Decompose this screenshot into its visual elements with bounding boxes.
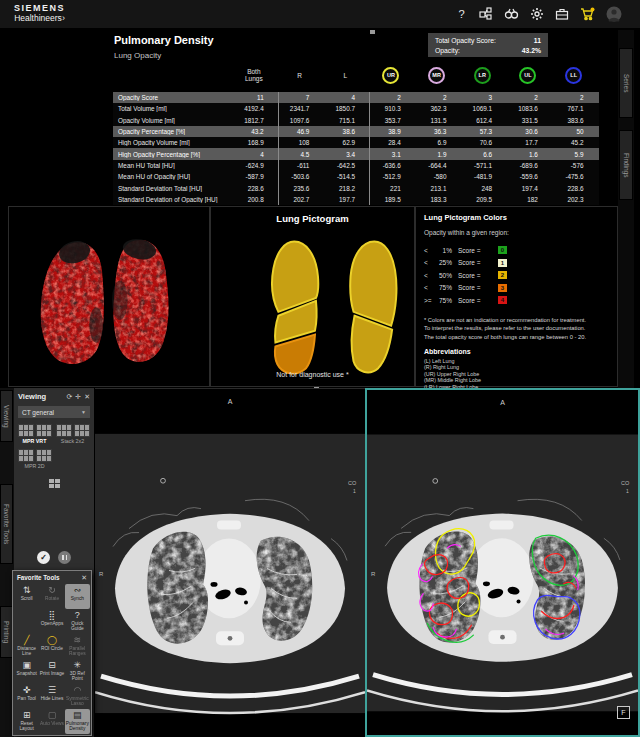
table-cell: 38.6 — [322, 128, 368, 135]
tool-synch[interactable]: ∾Synch — [65, 584, 90, 609]
accept-button[interactable]: ✓ — [37, 551, 50, 564]
table-cell: -587.9 — [231, 173, 277, 180]
column-label: Both — [247, 68, 260, 75]
tool-label: Synch — [71, 596, 84, 601]
account-icon[interactable] — [606, 6, 622, 22]
table-cell: -636.6 — [368, 162, 414, 169]
tool-label: Quick Guide — [65, 621, 90, 631]
table-cell: 4192.4 — [231, 105, 277, 112]
table-row: Opacity Score117422322 — [113, 92, 599, 103]
table-cell: -559.6 — [505, 173, 551, 180]
table-cell: 17.7 — [505, 139, 551, 146]
lung-pictogram-viewport[interactable] — [210, 206, 415, 387]
table-cell: 6.6 — [459, 151, 505, 158]
legend-operator: < — [424, 284, 434, 291]
tool-quick-guide[interactable]: ?Quick Guide — [65, 609, 90, 634]
sidebar-tab-favorite-tools[interactable]: Favorite Tools — [0, 484, 13, 564]
table-cell: 4 — [322, 94, 368, 101]
tool-pulmonary-density[interactable]: ▤Pulmonary Density — [65, 709, 90, 734]
tab-series[interactable]: Series — [619, 48, 633, 118]
help-icon[interactable]: ? — [455, 7, 468, 21]
layout-option-mpr-vrt[interactable]: MPR VRT — [18, 424, 51, 444]
table-column-header: UR — [368, 67, 414, 84]
pin-icon[interactable]: ✛ — [75, 393, 81, 401]
preset-dropdown[interactable]: CT general ▼ — [18, 406, 90, 418]
pause-button[interactable] — [58, 551, 71, 564]
lobe-circle-lr: LR — [474, 67, 491, 84]
lung-3d-left-lobe — [41, 238, 104, 364]
legend-operator: < — [424, 272, 434, 279]
table-column-header: L — [322, 72, 368, 79]
pulmonary-density-viewport[interactable]: Pulmonary Density Lung Opacity Total Opa… — [8, 30, 618, 388]
layout-option-mpr-2d[interactable]: MPR 2D — [18, 449, 51, 469]
table-cell: 202.7 — [277, 196, 323, 203]
tool-snapshot[interactable]: ▣Snapshot — [14, 659, 39, 684]
brand-arrow-icon: › — [62, 13, 65, 23]
viewport-handle-top[interactable] — [370, 30, 375, 34]
refresh-layout-icon[interactable]: ⟳ — [66, 393, 72, 401]
right-tab-strip: SeriesFindings — [618, 30, 634, 388]
legend-operator: >= — [424, 297, 434, 304]
legend-operator: < — [424, 259, 434, 266]
open-apps-icon: ⣿ — [49, 610, 56, 621]
tab-findings[interactable]: Findings — [619, 130, 633, 200]
table-cell: -503.6 — [277, 173, 323, 180]
tool-print-image[interactable]: ⊟Print Image — [39, 659, 64, 684]
table-cell: 2341.7 — [277, 105, 323, 112]
pictogram-title: Lung Pictogram — [210, 213, 415, 224]
row-label: Mean HU of Opacity [HU] — [113, 173, 231, 180]
legend-row: >=75%Score =4 — [424, 294, 609, 307]
table-cell: 213.1 — [414, 185, 460, 192]
tool-label: Distance Line — [14, 646, 39, 656]
scroll-icon: ⇅ — [23, 585, 31, 596]
ct-axial-segmented-viewport[interactable]: F — [365, 388, 640, 737]
table-cell: 11 — [231, 94, 277, 101]
table-cell: -481.9 — [459, 173, 505, 180]
table-cell: -475.6 — [551, 173, 597, 180]
table-cell: 46.9 — [277, 128, 323, 135]
auto-views-icon: ▢ — [48, 710, 57, 721]
table-cell: 131.5 — [414, 117, 460, 124]
tool-pan-tool[interactable]: ✜Pan Tool — [14, 684, 39, 709]
layout-label: MPR 2D — [18, 463, 51, 469]
cart-icon[interactable] — [580, 7, 595, 21]
table-cell: 209.5 — [459, 196, 505, 203]
legend-percentage: 75% — [434, 284, 458, 291]
tool-distance-line[interactable]: ╱Distance Line — [14, 634, 39, 659]
column-label: Lungs — [245, 75, 263, 82]
close-icon[interactable]: ✕ — [81, 574, 87, 582]
search-icon[interactable] — [504, 7, 519, 21]
brand-line-1: SIEMENS — [14, 3, 65, 13]
tool-roi-circle[interactable]: ◯ROI Circle — [39, 634, 64, 659]
tool-scroll[interactable]: ⇅Scroll — [14, 584, 39, 609]
layout-option-stack-2x2[interactable]: Stack 2x2 — [56, 424, 89, 444]
tool-3d-ref-point[interactable]: ✳3D Ref Point — [65, 659, 90, 684]
settings-icon[interactable] — [530, 7, 544, 21]
pictogram-colors-viewport[interactable]: Lung Pictogram Colors Opacity within a g… — [415, 206, 618, 387]
footnote-line: The total opacity score of both lungs ca… — [424, 333, 609, 342]
legend-rows: <1%Score =0<25%Score =1<50%Score =2<75%S… — [424, 244, 609, 307]
lung-3d-rendering-viewport[interactable] — [8, 206, 210, 387]
score-box-row: Total Opacity Score: 11 — [428, 35, 548, 45]
pictogram-upper-right-lobe — [272, 242, 318, 312]
tool-label: OpenApps — [41, 621, 64, 626]
toolbox-icon[interactable] — [555, 7, 569, 21]
share-icon[interactable] — [479, 7, 493, 21]
sidebar-tab-viewing[interactable]: Viewing — [0, 390, 13, 442]
legend-subtitle: Opacity within a given region: — [424, 229, 609, 236]
table-row: Opacity Percentage [%]43.246.938.638.936… — [113, 126, 599, 137]
grid-layout-icon[interactable] — [49, 479, 60, 488]
fov-badge[interactable]: F — [617, 706, 630, 719]
table-cell: 1850.7 — [322, 105, 368, 112]
close-icon[interactable]: ✕ — [84, 393, 90, 401]
lung-pictogram-graphic — [272, 242, 396, 374]
table-cell: 5.9 — [551, 151, 597, 158]
tool-auto-views: ▢Auto Views — [39, 709, 64, 734]
tool-openapps[interactable]: ⣿OpenApps — [39, 609, 64, 634]
ct-axial-viewport[interactable]: A R CO 1 — [95, 388, 365, 737]
row-label: Standard Deviation Total [HU] — [113, 185, 231, 192]
table-cell: 30.6 — [505, 128, 551, 135]
table-cell: 228.6 — [231, 185, 277, 192]
tool-reset-layout[interactable]: ⊞Reset Layout — [14, 709, 39, 734]
tool-hide-lines[interactable]: ☰Hide Lines — [39, 684, 64, 709]
